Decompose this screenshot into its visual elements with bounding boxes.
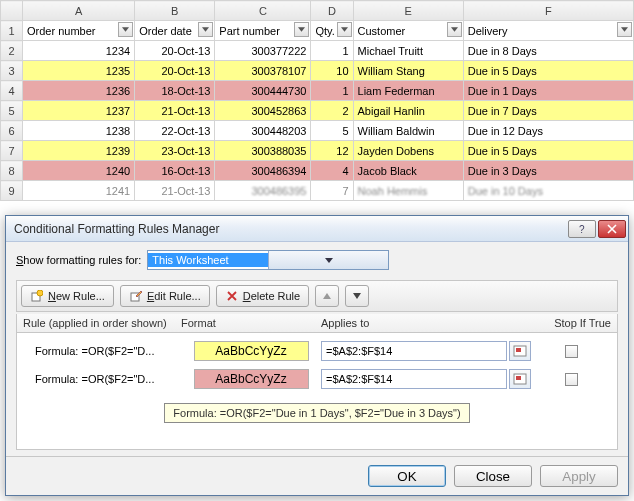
cell[interactable]: 1 — [311, 81, 353, 101]
table-row[interactable]: 4123618-Oct-133004447301Liam FedermanDue… — [1, 81, 634, 101]
table-row[interactable]: 8124016-Oct-133004863944Jacob BlackDue i… — [1, 161, 634, 181]
ok-button[interactable]: OK — [368, 465, 446, 487]
cell[interactable]: 1241 — [23, 181, 135, 201]
dialog-titlebar[interactable]: Conditional Formatting Rules Manager ? — [6, 216, 628, 242]
rule-row[interactable]: Formula: =OR($F2="D...AaBbCcYyZz — [17, 365, 617, 393]
cell[interactable]: Due in 3 Days — [463, 161, 633, 181]
select-all-corner[interactable] — [1, 1, 23, 21]
filter-button[interactable] — [337, 22, 352, 37]
cell[interactable]: 16-Oct-13 — [135, 161, 215, 181]
applies-to-input[interactable] — [321, 369, 507, 389]
header-part-number[interactable]: Part number — [215, 21, 311, 41]
table-row[interactable]: 2123420-Oct-133003772221Michael TruittDu… — [1, 41, 634, 61]
cell[interactable]: 300378107 — [215, 61, 311, 81]
spreadsheet-grid[interactable]: A B C D E F 1 Order number Order date Pa… — [0, 0, 634, 201]
filter-button[interactable] — [447, 22, 462, 37]
col-header-A[interactable]: A — [23, 1, 135, 21]
cell[interactable]: Due in 8 Days — [463, 41, 633, 61]
range-picker-button[interactable] — [509, 341, 531, 361]
cell[interactable]: 4 — [311, 161, 353, 181]
filter-button[interactable] — [617, 22, 632, 37]
table-row[interactable]: 9124121-Oct-133004863957Noah HemmisDue i… — [1, 181, 634, 201]
filter-button[interactable] — [294, 22, 309, 37]
rule-row[interactable]: Formula: =OR($F2="D...AaBbCcYyZz — [17, 337, 617, 365]
range-picker-button[interactable] — [509, 369, 531, 389]
cell[interactable]: 1237 — [23, 101, 135, 121]
cell[interactable]: Noah Hemmis — [353, 181, 463, 201]
close-button[interactable]: Close — [454, 465, 532, 487]
cell[interactable]: 300452863 — [215, 101, 311, 121]
stop-if-true-checkbox[interactable] — [565, 345, 578, 358]
cell[interactable]: 1236 — [23, 81, 135, 101]
table-row[interactable]: 7123923-Oct-1330038803512Jayden DobensDu… — [1, 141, 634, 161]
apply-button[interactable]: Apply — [540, 465, 618, 487]
cell[interactable]: Jacob Black — [353, 161, 463, 181]
header-delivery[interactable]: Delivery — [463, 21, 633, 41]
cell[interactable]: 1239 — [23, 141, 135, 161]
cell[interactable]: Due in 12 Days — [463, 121, 633, 141]
cell[interactable]: 21-Oct-13 — [135, 181, 215, 201]
cell[interactable]: 7 — [311, 181, 353, 201]
row-header[interactable]: 8 — [1, 161, 23, 181]
cell[interactable]: 1 — [311, 41, 353, 61]
scope-combo[interactable]: This Worksheet — [147, 250, 389, 270]
row-header[interactable]: 3 — [1, 61, 23, 81]
cell[interactable]: 20-Oct-13 — [135, 61, 215, 81]
cell[interactable]: 300444730 — [215, 81, 311, 101]
row-header[interactable]: 1 — [1, 21, 23, 41]
move-up-button[interactable] — [315, 285, 339, 307]
cell[interactable]: 1240 — [23, 161, 135, 181]
cell[interactable]: Due in 5 Days — [463, 141, 633, 161]
cell[interactable]: Jayden Dobens — [353, 141, 463, 161]
col-header-E[interactable]: E — [353, 1, 463, 21]
filter-button[interactable] — [118, 22, 133, 37]
row-header[interactable]: 6 — [1, 121, 23, 141]
cell[interactable]: 5 — [311, 121, 353, 141]
cell[interactable]: 300486394 — [215, 161, 311, 181]
cell[interactable]: 21-Oct-13 — [135, 101, 215, 121]
row-header[interactable]: 9 — [1, 181, 23, 201]
table-row[interactable]: 6123822-Oct-133004482035William BaldwinD… — [1, 121, 634, 141]
close-window-button[interactable] — [598, 220, 626, 238]
cell[interactable]: Liam Federman — [353, 81, 463, 101]
cell[interactable]: 300486395 — [215, 181, 311, 201]
stop-if-true-checkbox[interactable] — [565, 373, 578, 386]
header-qty[interactable]: Qty. — [311, 21, 353, 41]
new-rule-button[interactable]: New Rule... — [21, 285, 114, 307]
cell[interactable]: Due in 7 Days — [463, 101, 633, 121]
cell[interactable]: William Baldwin — [353, 121, 463, 141]
cell[interactable]: 10 — [311, 61, 353, 81]
row-header[interactable]: 2 — [1, 41, 23, 61]
cell[interactable]: 1235 — [23, 61, 135, 81]
move-down-button[interactable] — [345, 285, 369, 307]
cell[interactable]: 23-Oct-13 — [135, 141, 215, 161]
table-row[interactable]: 5123721-Oct-133004528632Abigail HanlinDu… — [1, 101, 634, 121]
cell[interactable]: 12 — [311, 141, 353, 161]
cell[interactable]: 300388035 — [215, 141, 311, 161]
col-header-B[interactable]: B — [135, 1, 215, 21]
cell[interactable]: 2 — [311, 101, 353, 121]
col-header-C[interactable]: C — [215, 1, 311, 21]
cell[interactable]: Due in 1 Days — [463, 81, 633, 101]
delete-rule-button[interactable]: Delete Rule — [216, 285, 310, 307]
cell[interactable]: Abigail Hanlin — [353, 101, 463, 121]
cell[interactable]: 20-Oct-13 — [135, 41, 215, 61]
cell[interactable]: William Stang — [353, 61, 463, 81]
header-order-date[interactable]: Order date — [135, 21, 215, 41]
filter-button[interactable] — [198, 22, 213, 37]
row-header[interactable]: 4 — [1, 81, 23, 101]
applies-to-input[interactable] — [321, 341, 507, 361]
cell[interactable]: 1234 — [23, 41, 135, 61]
col-header-F[interactable]: F — [463, 1, 633, 21]
help-button[interactable]: ? — [568, 220, 596, 238]
cell[interactable]: 18-Oct-13 — [135, 81, 215, 101]
table-row[interactable]: 3123520-Oct-1330037810710William StangDu… — [1, 61, 634, 81]
header-customer[interactable]: Customer — [353, 21, 463, 41]
row-header[interactable]: 5 — [1, 101, 23, 121]
cell[interactable]: Due in 10 Days — [463, 181, 633, 201]
header-order-number[interactable]: Order number — [23, 21, 135, 41]
col-header-D[interactable]: D — [311, 1, 353, 21]
cell[interactable]: Due in 5 Days — [463, 61, 633, 81]
cell[interactable]: Michael Truitt — [353, 41, 463, 61]
cell[interactable]: 1238 — [23, 121, 135, 141]
